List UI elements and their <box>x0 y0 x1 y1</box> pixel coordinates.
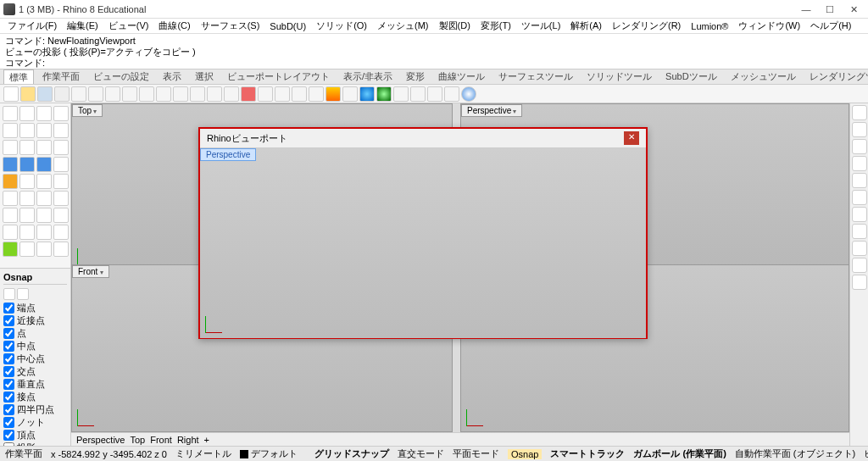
menu-lumion[interactable]: Lumion® <box>687 20 732 32</box>
tool-icon[interactable] <box>376 86 392 102</box>
ellipse-icon[interactable] <box>36 140 52 155</box>
status-history[interactable]: ヒストリを記 <box>864 447 868 460</box>
explode-icon[interactable] <box>3 174 18 189</box>
osnap-item[interactable]: 垂直点 <box>3 378 67 391</box>
tool-icon[interactable] <box>393 86 409 102</box>
tool-icon[interactable] <box>292 86 307 102</box>
tab-select[interactable]: 選択 <box>190 69 219 84</box>
menu-drafting[interactable]: 製図(D) <box>435 19 475 33</box>
scale-icon[interactable] <box>53 191 69 206</box>
tool-icon[interactable] <box>156 86 171 102</box>
floating-viewport-label[interactable]: Perspective <box>200 148 256 161</box>
status-osnap[interactable]: Osnap <box>508 449 542 459</box>
tool-icon[interactable] <box>207 86 222 102</box>
curve-icon[interactable] <box>19 123 35 138</box>
menu-surface[interactable]: サーフェス(S) <box>197 19 264 33</box>
tool-icon[interactable] <box>36 174 52 189</box>
tool-icon[interactable] <box>309 86 324 102</box>
open-icon[interactable] <box>20 86 36 102</box>
tab-meshtools[interactable]: メッシュツール <box>726 69 801 84</box>
tool-icon[interactable] <box>3 225 18 240</box>
menu-transform[interactable]: 変形(T) <box>476 19 515 33</box>
osnap-item[interactable]: ノット <box>3 416 67 429</box>
osnap-item[interactable]: 点 <box>3 327 67 340</box>
tool-icon[interactable] <box>19 242 35 257</box>
status-planar[interactable]: 平面モード <box>453 447 499 460</box>
vptab-add[interactable]: + <box>204 435 209 445</box>
menu-edit[interactable]: 編集(E) <box>63 19 103 33</box>
panel-icon[interactable] <box>852 105 867 120</box>
close-button[interactable]: ✕ <box>843 2 865 17</box>
floating-close-button[interactable]: ✕ <box>624 131 639 145</box>
command-prompt[interactable]: コマンド: <box>5 58 863 69</box>
panel-icon[interactable] <box>852 224 867 239</box>
osnap-checkbox[interactable] <box>3 353 14 364</box>
osnap-item[interactable]: 中点 <box>3 340 67 353</box>
move-icon[interactable] <box>3 191 18 206</box>
tool-icon[interactable] <box>275 86 290 102</box>
osnap-checkbox[interactable] <box>3 315 14 326</box>
menu-analyze[interactable]: 解析(A) <box>566 19 606 33</box>
tab-solidtools[interactable]: ソリッドツール <box>581 69 657 84</box>
minimize-button[interactable]: — <box>795 2 817 17</box>
osnap-item[interactable]: 端点 <box>3 302 67 314</box>
osnap-checkbox[interactable] <box>3 417 14 428</box>
osnap-checkbox[interactable] <box>3 366 14 377</box>
tab-surftools[interactable]: サーフェスツール <box>493 69 578 84</box>
tab-transform[interactable]: 変形 <box>401 69 430 84</box>
panel-icon[interactable] <box>852 190 867 205</box>
tool-icon[interactable] <box>190 86 205 102</box>
osnap-checkbox[interactable] <box>3 430 14 441</box>
panel-icon[interactable] <box>852 173 867 188</box>
mirror-icon[interactable] <box>3 208 18 223</box>
arc-icon[interactable] <box>53 123 69 138</box>
panel-icon[interactable] <box>852 275 867 290</box>
save-icon[interactable] <box>37 86 53 102</box>
tool-icon[interactable] <box>326 86 341 102</box>
box-icon[interactable] <box>3 157 18 172</box>
tab-display[interactable]: 表示 <box>158 69 186 84</box>
status-smarttrack[interactable]: スマートトラック <box>550 447 625 460</box>
sphere-icon[interactable] <box>19 157 35 172</box>
tool-icon[interactable] <box>53 106 69 121</box>
tool-icon[interactable] <box>53 157 69 172</box>
tool-icon[interactable] <box>36 225 52 240</box>
maximize-button[interactable]: ☐ <box>819 2 841 17</box>
tool-icon[interactable] <box>224 86 239 102</box>
tab-subdtools[interactable]: SubDツール <box>660 69 722 84</box>
menu-window[interactable]: ウィンドウ(W) <box>734 19 804 33</box>
osnap-btn[interactable] <box>17 288 29 300</box>
tab-vplayout[interactable]: ビューポートレイアウト <box>222 69 335 84</box>
menu-solid[interactable]: ソリッド(O) <box>312 19 371 33</box>
tab-cplane[interactable]: 作業平面 <box>37 69 85 84</box>
menu-mesh[interactable]: メッシュ(M) <box>373 19 433 33</box>
tool-icon[interactable] <box>36 106 52 121</box>
help-icon[interactable] <box>461 86 476 102</box>
tool-icon[interactable] <box>241 86 256 102</box>
menu-help[interactable]: ヘルプ(H) <box>806 19 855 33</box>
tab-rendertools[interactable]: レンダリングツール <box>804 69 868 84</box>
panel-icon[interactable] <box>852 139 867 154</box>
tab-viewsettings[interactable]: ビューの設定 <box>88 69 154 84</box>
menu-tools[interactable]: ツール(L) <box>517 19 565 33</box>
floating-viewport[interactable]: Perspective <box>200 148 646 338</box>
osnap-checkbox[interactable] <box>3 341 14 352</box>
paste-icon[interactable] <box>105 86 120 102</box>
tool-icon[interactable] <box>36 242 52 257</box>
menu-subd[interactable]: SubD(U) <box>265 20 310 32</box>
tab-standard[interactable]: 標準 <box>3 69 34 85</box>
tool-icon[interactable] <box>342 86 358 102</box>
osnap-item[interactable]: 近接点 <box>3 314 67 327</box>
osnap-checkbox[interactable] <box>3 379 14 390</box>
osnap-checkbox[interactable] <box>3 392 14 403</box>
osnap-item[interactable]: 交点 <box>3 365 67 378</box>
panel-icon[interactable] <box>852 241 867 256</box>
panel-icon[interactable] <box>852 207 867 222</box>
vptab-perspective[interactable]: Perspective <box>76 435 125 445</box>
status-units[interactable]: ミリメートル <box>175 447 231 460</box>
status-cplane[interactable]: 作業平面 <box>5 447 42 460</box>
menu-file[interactable]: ファイル(F) <box>3 19 61 33</box>
vptab-right[interactable]: Right <box>177 435 199 445</box>
tool-icon[interactable] <box>53 242 69 257</box>
circle-icon[interactable] <box>36 123 52 138</box>
